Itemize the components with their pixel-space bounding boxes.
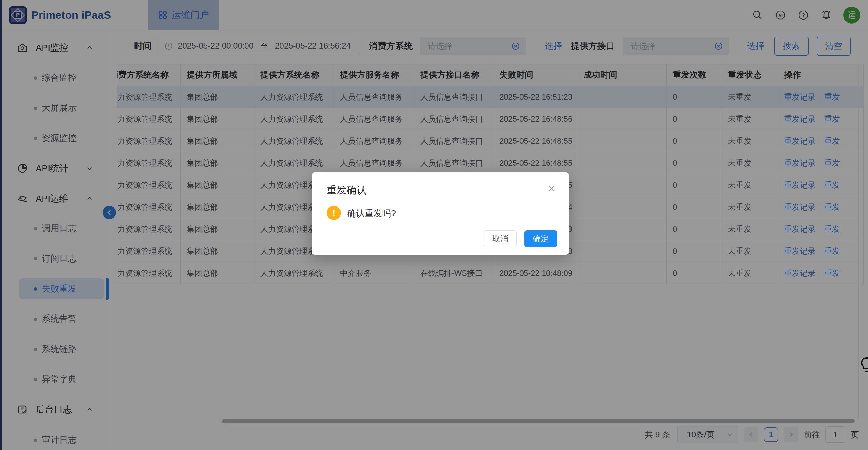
dialog-title: 重发确认 <box>327 184 367 197</box>
dialog-message: 确认重发吗? <box>347 207 396 220</box>
resend-confirm-dialog: 重发确认 ! 确认重发吗? 取消 确定 <box>312 172 569 255</box>
app-window: P Primeton iPaaS 运维门户 <box>0 0 868 450</box>
close-icon[interactable] <box>547 184 556 193</box>
cancel-button[interactable]: 取消 <box>484 230 517 247</box>
dialog-actions: 取消 确定 <box>484 230 557 247</box>
confirm-button[interactable]: 确定 <box>524 230 557 247</box>
warning-icon: ! <box>327 206 341 220</box>
